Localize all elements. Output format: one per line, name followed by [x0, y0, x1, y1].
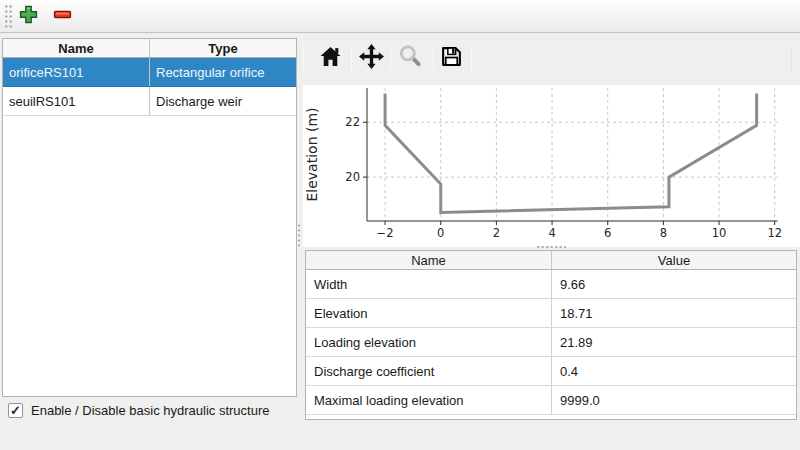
svg-text:Elevation (m): Elevation (m) — [304, 107, 320, 201]
checkbox-check-icon[interactable]: ✓ — [8, 403, 23, 418]
zoom-icon — [397, 43, 423, 73]
structures-table-header: Name Type — [3, 39, 296, 58]
column-header-value[interactable]: Value — [552, 251, 796, 269]
svg-text:4: 4 — [548, 226, 555, 240]
property-row[interactable]: Loading elevation 21.89 — [306, 328, 796, 357]
property-value[interactable]: 9999.0 — [552, 386, 796, 414]
pan-icon — [359, 44, 384, 73]
svg-text:8: 8 — [660, 226, 667, 240]
remove-icon — [53, 5, 72, 28]
property-row[interactable]: Discharge coefficient 0.4 — [306, 357, 796, 386]
column-header-name[interactable]: Name — [3, 39, 150, 57]
property-value[interactable]: 21.89 — [552, 328, 796, 356]
elevation-figure-canvas[interactable]: −20246810122022Elevation (m) — [303, 85, 800, 247]
structure-type: Discharge weir — [150, 87, 296, 115]
svg-text:22: 22 — [345, 115, 360, 129]
save-icon — [440, 45, 463, 72]
property-name: Maximal loading elevation — [306, 386, 552, 414]
property-value[interactable]: 18.71 — [552, 299, 796, 327]
property-value[interactable]: 0.4 — [552, 357, 796, 385]
elevation-chart: −20246810122022Elevation (m) — [303, 85, 800, 247]
toolbar-separator — [791, 46, 792, 70]
main-toolbar — [0, 0, 800, 33]
zoom-button[interactable] — [396, 44, 424, 72]
column-header-name[interactable]: Name — [306, 251, 552, 269]
horizontal-splitter-handle[interactable] — [536, 245, 566, 249]
svg-text:2: 2 — [493, 226, 500, 240]
toolbar-separator — [433, 46, 434, 70]
add-structure-button[interactable] — [15, 3, 42, 30]
toolbar-drag-handle[interactable] — [4, 4, 13, 29]
svg-text:12: 12 — [767, 226, 782, 240]
property-name: Elevation — [306, 299, 552, 327]
properties-table: Name Value Width 9.66 Elevation 18.71 Lo… — [305, 250, 797, 420]
toolbar-separator — [303, 46, 304, 70]
property-value[interactable]: 9.66 — [552, 270, 796, 298]
property-name: Loading elevation — [306, 328, 552, 356]
svg-text:0: 0 — [437, 226, 444, 240]
structure-name: seuilRS101 — [3, 87, 150, 115]
toolbar-separator — [471, 46, 472, 70]
column-header-type[interactable]: Type — [150, 39, 296, 57]
svg-text:6: 6 — [604, 226, 611, 240]
svg-text:−2: −2 — [377, 226, 394, 240]
property-name: Width — [306, 270, 552, 298]
home-button[interactable] — [316, 44, 344, 72]
toolbar-separator — [390, 46, 391, 70]
structure-name: orificeRS101 — [3, 58, 150, 86]
structure-type: Rectangular orifice — [150, 58, 296, 86]
properties-table-header: Name Value — [306, 251, 796, 270]
property-row[interactable]: Elevation 18.71 — [306, 299, 796, 328]
structures-table: Name Type orificeRS101 Rectangular orifi… — [2, 38, 297, 397]
checkbox-label: Enable / Disable basic hydraulic structu… — [31, 403, 269, 418]
svg-text:20: 20 — [345, 170, 360, 184]
enable-structure-checkbox[interactable]: ✓ Enable / Disable basic hydraulic struc… — [8, 403, 269, 418]
property-row[interactable]: Maximal loading elevation 9999.0 — [306, 386, 796, 415]
property-name: Discharge coefficient — [306, 357, 552, 385]
table-row[interactable]: orificeRS101 Rectangular orifice — [3, 58, 296, 87]
toolbar-separator — [351, 46, 352, 70]
add-icon — [19, 5, 38, 28]
table-row[interactable]: seuilRS101 Discharge weir — [3, 87, 296, 116]
home-icon — [319, 45, 342, 72]
pan-button[interactable] — [357, 44, 385, 72]
remove-structure-button[interactable] — [49, 3, 76, 30]
svg-text:10: 10 — [712, 226, 727, 240]
vertical-splitter-handle[interactable] — [297, 223, 302, 248]
save-button[interactable] — [437, 44, 465, 72]
plot-navigation-toolbar — [303, 42, 800, 80]
property-row[interactable]: Width 9.66 — [306, 270, 796, 299]
